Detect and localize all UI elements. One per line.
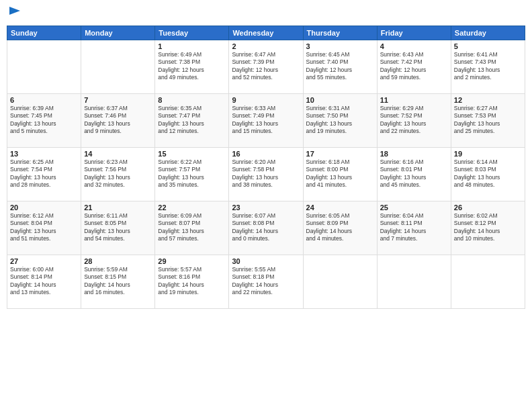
calendar-table: SundayMondayTuesdayWednesdayThursdayFrid… [7,26,525,309]
day-number: 9 [232,96,300,104]
day-info: Sunrise: 6:04 AM Sunset: 8:11 PM Dayligh… [380,212,448,243]
day-number: 24 [306,203,374,212]
calendar-cell: 9Sunrise: 6:33 AM Sunset: 7:49 PM Daylig… [229,94,303,148]
calendar-cell: 1Sunrise: 6:49 AM Sunset: 7:38 PM Daylig… [155,40,229,94]
day-info: Sunrise: 5:59 AM Sunset: 8:15 PM Dayligh… [84,266,152,297]
day-number: 14 [84,150,152,158]
calendar-cell: 10Sunrise: 6:31 AM Sunset: 7:50 PM Dayli… [303,94,377,148]
day-number: 22 [158,203,226,212]
calendar-cell [7,40,81,94]
day-number: 12 [454,96,522,104]
day-number: 10 [306,96,374,104]
col-header-saturday: Saturday [451,26,525,40]
calendar-cell: 30Sunrise: 5:55 AM Sunset: 8:18 PM Dayli… [229,255,303,309]
day-number: 2 [232,42,300,50]
calendar-cell: 28Sunrise: 5:59 AM Sunset: 8:15 PM Dayli… [81,255,155,309]
calendar-cell: 3Sunrise: 6:45 AM Sunset: 7:40 PM Daylig… [303,40,377,94]
day-number: 16 [232,150,300,158]
page: SundayMondayTuesdayWednesdayThursdayFrid… [0,0,532,411]
calendar-cell: 20Sunrise: 6:12 AM Sunset: 8:04 PM Dayli… [7,201,81,255]
calendar-cell: 25Sunrise: 6:04 AM Sunset: 8:11 PM Dayli… [377,201,451,255]
day-info: Sunrise: 5:55 AM Sunset: 8:18 PM Dayligh… [232,266,300,297]
day-info: Sunrise: 6:39 AM Sunset: 7:45 PM Dayligh… [10,105,78,136]
calendar-week-row: 27Sunrise: 6:00 AM Sunset: 8:14 PM Dayli… [7,255,525,309]
day-number: 19 [454,150,522,158]
calendar-cell: 26Sunrise: 6:02 AM Sunset: 8:12 PM Dayli… [451,201,525,255]
calendar-week-row: 1Sunrise: 6:49 AM Sunset: 7:38 PM Daylig… [7,40,525,94]
day-info: Sunrise: 6:49 AM Sunset: 7:38 PM Dayligh… [158,51,226,82]
calendar-week-row: 20Sunrise: 6:12 AM Sunset: 8:04 PM Dayli… [7,201,525,255]
svg-marker-0 [9,7,20,15]
day-info: Sunrise: 6:45 AM Sunset: 7:40 PM Dayligh… [306,51,374,82]
calendar-cell: 2Sunrise: 6:47 AM Sunset: 7:39 PM Daylig… [229,40,303,94]
day-number: 23 [232,203,300,212]
day-number: 11 [380,96,448,104]
day-number: 21 [84,203,152,212]
calendar-cell: 18Sunrise: 6:16 AM Sunset: 8:01 PM Dayli… [377,148,451,201]
day-info: Sunrise: 6:05 AM Sunset: 8:09 PM Dayligh… [306,212,374,243]
header [7,7,525,20]
day-info: Sunrise: 6:29 AM Sunset: 7:52 PM Dayligh… [380,105,448,136]
calendar-cell: 15Sunrise: 6:22 AM Sunset: 7:57 PM Dayli… [155,148,229,201]
day-info: Sunrise: 6:11 AM Sunset: 8:05 PM Dayligh… [84,212,152,243]
day-info: Sunrise: 6:09 AM Sunset: 8:07 PM Dayligh… [158,212,226,243]
day-info: Sunrise: 5:57 AM Sunset: 8:16 PM Dayligh… [158,266,226,297]
calendar-week-row: 13Sunrise: 6:25 AM Sunset: 7:54 PM Dayli… [7,148,525,201]
calendar-cell: 24Sunrise: 6:05 AM Sunset: 8:09 PM Dayli… [303,201,377,255]
calendar-cell: 11Sunrise: 6:29 AM Sunset: 7:52 PM Dayli… [377,94,451,148]
calendar-cell: 13Sunrise: 6:25 AM Sunset: 7:54 PM Dayli… [7,148,81,201]
day-info: Sunrise: 6:23 AM Sunset: 7:56 PM Dayligh… [84,158,152,189]
day-info: Sunrise: 6:02 AM Sunset: 8:12 PM Dayligh… [454,212,522,243]
day-number: 15 [158,150,226,158]
day-info: Sunrise: 6:25 AM Sunset: 7:54 PM Dayligh… [10,158,78,189]
calendar-cell: 27Sunrise: 6:00 AM Sunset: 8:14 PM Dayli… [7,255,81,309]
day-info: Sunrise: 6:16 AM Sunset: 8:01 PM Dayligh… [380,158,448,189]
col-header-wednesday: Wednesday [229,26,303,40]
day-number: 3 [306,42,374,50]
calendar-cell: 16Sunrise: 6:20 AM Sunset: 7:58 PM Dayli… [229,148,303,201]
calendar-cell [303,255,377,309]
day-info: Sunrise: 6:18 AM Sunset: 8:00 PM Dayligh… [306,158,374,189]
col-header-thursday: Thursday [303,26,377,40]
day-info: Sunrise: 6:14 AM Sunset: 8:03 PM Dayligh… [454,158,522,189]
col-header-sunday: Sunday [7,26,81,40]
day-number: 13 [10,150,78,158]
day-number: 26 [454,203,522,212]
day-number: 6 [10,96,78,104]
col-header-friday: Friday [377,26,451,40]
calendar-cell: 14Sunrise: 6:23 AM Sunset: 7:56 PM Dayli… [81,148,155,201]
calendar-cell [451,255,525,309]
calendar-cell: 19Sunrise: 6:14 AM Sunset: 8:03 PM Dayli… [451,148,525,201]
day-info: Sunrise: 6:22 AM Sunset: 7:57 PM Dayligh… [158,158,226,189]
calendar-cell: 17Sunrise: 6:18 AM Sunset: 8:00 PM Dayli… [303,148,377,201]
calendar-cell: 12Sunrise: 6:27 AM Sunset: 7:53 PM Dayli… [451,94,525,148]
day-info: Sunrise: 6:33 AM Sunset: 7:49 PM Dayligh… [232,105,300,136]
day-number: 7 [84,96,152,104]
day-info: Sunrise: 6:12 AM Sunset: 8:04 PM Dayligh… [10,212,78,243]
calendar-cell: 6Sunrise: 6:39 AM Sunset: 7:45 PM Daylig… [7,94,81,148]
col-header-tuesday: Tuesday [155,26,229,40]
day-number: 8 [158,96,226,104]
calendar-cell: 21Sunrise: 6:11 AM Sunset: 8:05 PM Dayli… [81,201,155,255]
calendar-cell: 29Sunrise: 5:57 AM Sunset: 8:16 PM Dayli… [155,255,229,309]
calendar-cell: 7Sunrise: 6:37 AM Sunset: 7:46 PM Daylig… [81,94,155,148]
day-number: 25 [380,203,448,212]
day-number: 4 [380,42,448,50]
day-info: Sunrise: 6:43 AM Sunset: 7:42 PM Dayligh… [380,51,448,82]
logo-flag-icon [8,5,21,19]
day-number: 5 [454,42,522,50]
calendar-cell: 23Sunrise: 6:07 AM Sunset: 8:08 PM Dayli… [229,201,303,255]
day-info: Sunrise: 6:41 AM Sunset: 7:43 PM Dayligh… [454,51,522,82]
day-number: 17 [306,150,374,158]
calendar-cell [377,255,451,309]
day-number: 30 [232,257,300,265]
day-number: 27 [10,257,78,265]
calendar-cell [81,40,155,94]
day-info: Sunrise: 6:20 AM Sunset: 7:58 PM Dayligh… [232,158,300,189]
day-info: Sunrise: 6:35 AM Sunset: 7:47 PM Dayligh… [158,105,226,136]
calendar-cell: 4Sunrise: 6:43 AM Sunset: 7:42 PM Daylig… [377,40,451,94]
day-number: 18 [380,150,448,158]
calendar-cell: 5Sunrise: 6:41 AM Sunset: 7:43 PM Daylig… [451,40,525,94]
calendar-cell: 22Sunrise: 6:09 AM Sunset: 8:07 PM Dayli… [155,201,229,255]
day-info: Sunrise: 6:27 AM Sunset: 7:53 PM Dayligh… [454,105,522,136]
